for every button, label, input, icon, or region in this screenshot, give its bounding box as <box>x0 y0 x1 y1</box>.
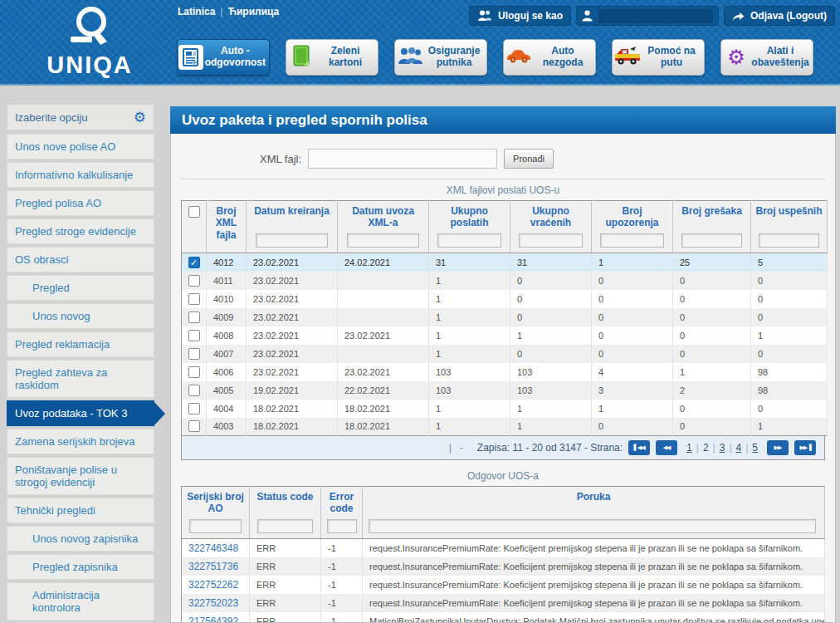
table-cell: 98 <box>751 363 828 381</box>
sidebar-item-pregled-zapisnika[interactable]: Pregled zapisnika <box>7 554 154 580</box>
row-checkbox[interactable] <box>188 348 200 360</box>
settings-gear-icon[interactable]: ⚙ <box>134 110 146 125</box>
two-people-icon <box>477 10 492 22</box>
table-row[interactable]: 401123.02.202110000 <box>182 272 828 290</box>
serial-number-link[interactable]: 322751736 <box>188 561 238 572</box>
table-row[interactable]: ✓401223.02.202124.02.202131311255 <box>182 253 828 272</box>
table-row[interactable]: 322746348ERR-1request.InsurancePremiumRa… <box>182 539 825 558</box>
page-link[interactable]: 1 <box>686 442 692 454</box>
table-row[interactable]: 401023.02.202110000 <box>182 290 828 308</box>
sidebar-item-unos-novog-zapisnika[interactable]: Unos novog zapisnika <box>7 526 154 552</box>
column-filter-input[interactable] <box>759 233 818 248</box>
table-row[interactable]: 322751736ERR-1request.InsurancePremiumRa… <box>182 557 825 576</box>
serial-number-link[interactable]: 322752023 <box>188 597 238 609</box>
column-header[interactable]: Datum kreiranja <box>249 205 335 230</box>
sidebar-item-pregled-stroge-evidencije[interactable]: Pregled stroge evidencije <box>7 218 154 244</box>
table-row[interactable]: 400923.02.202110000 <box>182 308 828 326</box>
xml-file-input[interactable] <box>308 149 497 169</box>
sidebar-item-os-obrasci[interactable]: OS obrasci <box>7 247 154 272</box>
tab-alati-i-obave-tenja[interactable]: ⚙Alati i obaveštenja <box>720 39 813 76</box>
column-header[interactable]: Datum uvoza XML-a <box>340 205 426 230</box>
row-checkbox[interactable] <box>188 275 200 287</box>
column-filter-input[interactable] <box>347 233 420 248</box>
table-row[interactable]: 217564392ERR-1MaticniBrojZastupnikaUnuta… <box>182 612 825 623</box>
sidebar-item-pregled-zahteva-za-raskidom[interactable]: Pregled zahteva za raskidom <box>7 360 154 398</box>
login-as-button[interactable]: Uloguj se kao <box>469 6 571 26</box>
serial-number-link[interactable]: 322746348 <box>188 542 238 554</box>
page-link[interactable]: 5 <box>752 442 758 454</box>
column-header[interactable]: Poruka <box>365 491 822 516</box>
sidebar-item-uvoz-podataka-tok-3[interactable]: Uvoz podataka - TOK 3 <box>7 400 154 426</box>
row-checkbox[interactable] <box>188 330 200 341</box>
sidebar-item-zamena-serijskih-brojeva[interactable]: Zamena serijskih brojeva <box>7 429 154 454</box>
row-checkbox[interactable] <box>188 420 200 432</box>
username-input[interactable] <box>598 9 713 23</box>
tab-auto-odgovornost[interactable]: Auto - odgovornost <box>177 39 270 76</box>
column-filter-input[interactable] <box>256 233 329 248</box>
page-title: Uvoz paketa i pregled spornih polisa <box>170 106 836 134</box>
table-cell: 23.02.2021 <box>338 326 429 345</box>
row-checkbox[interactable] <box>188 385 200 396</box>
table-row[interactable]: 322752262ERR-1request.InsurancePremiumRa… <box>182 576 825 594</box>
page-link[interactable]: 3 <box>720 442 725 454</box>
column-filter-input[interactable] <box>327 519 357 533</box>
column-header[interactable]: Error code <box>324 491 359 516</box>
row-checkbox[interactable] <box>188 312 200 323</box>
column-filter-input[interactable] <box>189 519 242 533</box>
sidebar-item-pregled-polisa-ao[interactable]: Pregled polisa AO <box>7 190 154 216</box>
pagination-dash-glyph[interactable]: - <box>460 442 463 454</box>
tab-pomo-na-putu[interactable]: Pomoć na putu <box>612 39 705 76</box>
prev-page-button[interactable]: ◀◀ <box>656 440 677 455</box>
language-cirilica-link[interactable]: Ћирилица <box>227 6 279 17</box>
table-row[interactable]: 400823.02.202123.02.202111001 <box>182 326 828 345</box>
table-cell: 1 <box>751 418 828 436</box>
table-row[interactable]: 400623.02.202123.02.20211031034198 <box>182 363 828 381</box>
sidebar-item-pregled[interactable]: Pregled <box>7 275 154 301</box>
tab-osiguranje-putnika[interactable]: Osiguranje putnika <box>394 39 487 76</box>
pagination-bar-glyph[interactable]: | <box>449 442 452 454</box>
page-link[interactable]: 4 <box>736 442 742 454</box>
tab-zeleni-kartoni[interactable]: Zeleni kartoni <box>286 39 378 76</box>
sidebar-item-informativno-kalkulisanje[interactable]: Informativno kalkulisanje <box>7 162 154 188</box>
find-button[interactable]: Pronađi <box>504 149 554 169</box>
first-page-button[interactable]: ▌◀◀ <box>628 440 650 455</box>
serial-number-link[interactable]: 322752262 <box>188 579 238 591</box>
table-row[interactable]: 400318.02.202118.02.202111001 <box>182 418 828 436</box>
column-header[interactable]: Status code <box>252 491 318 516</box>
sidebar-item-administracija-kontrolora[interactable]: Administracija kontrolora <box>7 582 154 621</box>
table-row[interactable]: 400418.02.202118.02.202111100 <box>182 400 828 418</box>
column-header[interactable]: Broj upozorenja <box>594 205 670 230</box>
column-header[interactable]: Ukupno vraćenih <box>513 205 588 230</box>
sidebar-item-unos-nove-polise-ao[interactable]: Unos nove polise AO <box>7 134 154 159</box>
sidebar-item-poni-tavanje-polise-u-strogoj-evidenciji[interactable]: Poništavanje polise u strogoj evidenciji <box>7 457 154 495</box>
column-header[interactable]: Broj XML fajla <box>209 205 243 241</box>
tab-auto-nezgoda[interactable]: Auto nezgoda <box>503 39 596 76</box>
column-filter-input[interactable] <box>369 519 816 533</box>
table-row[interactable]: 400723.02.202110000 <box>182 345 828 363</box>
select-all-checkbox[interactable] <box>188 206 200 218</box>
next-page-button[interactable]: ▶▶ <box>767 440 789 455</box>
sidebar-item-tehni-ki-pregledi[interactable]: Tehnički pregledi <box>7 498 154 523</box>
logout-button[interactable]: Odjava (Logout) <box>724 6 835 26</box>
column-filter-input[interactable] <box>519 233 583 248</box>
last-page-button[interactable]: ▶▶▐ <box>794 440 816 455</box>
sidebar-item-unos-novog[interactable]: Unos novog <box>7 303 154 329</box>
column-header[interactable]: Broj uspešnih <box>754 205 824 230</box>
row-checkbox[interactable]: ✓ <box>188 257 200 268</box>
column-filter-input[interactable] <box>437 233 501 248</box>
table-row[interactable]: 400519.02.202122.02.20211031033298 <box>182 381 828 400</box>
table-cell: 23.02.2021 <box>247 308 338 326</box>
column-header[interactable]: Ukupno poslatih <box>432 205 507 230</box>
column-header[interactable]: Serijski broj AO <box>184 491 247 516</box>
column-filter-input[interactable] <box>600 233 664 248</box>
column-filter-input[interactable] <box>257 519 313 533</box>
row-checkbox[interactable] <box>188 366 200 378</box>
row-checkbox[interactable] <box>188 403 200 415</box>
serial-number-link[interactable]: 217564392 <box>188 616 238 623</box>
table-row[interactable]: 322752023ERR-1request.InsurancePremiumRa… <box>182 594 825 612</box>
sidebar-item-pregled-reklamacija[interactable]: Pregled reklamacija <box>7 331 154 357</box>
row-checkbox[interactable] <box>188 293 200 305</box>
column-filter-input[interactable] <box>681 233 743 248</box>
column-header[interactable]: Broj grešaka <box>676 205 748 230</box>
language-latinica-link[interactable]: Latinica <box>178 6 215 17</box>
